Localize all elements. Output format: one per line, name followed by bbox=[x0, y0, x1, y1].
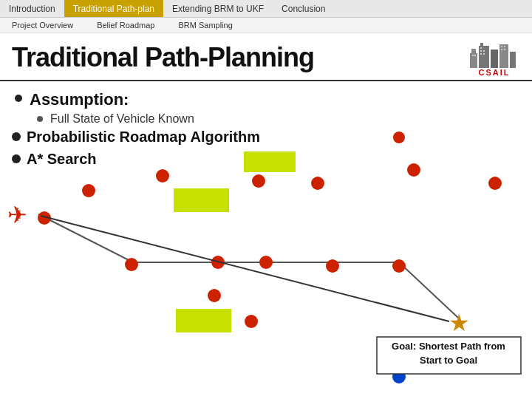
svg-rect-23 bbox=[244, 151, 296, 172]
svg-point-21 bbox=[12, 154, 21, 163]
svg-point-30 bbox=[407, 163, 420, 177]
svg-point-27 bbox=[156, 169, 169, 183]
svg-point-35 bbox=[259, 256, 273, 269]
sub-nav-project-overview[interactable]: Project Overview bbox=[0, 18, 85, 32]
svg-text:Start to Goal: Start to Goal bbox=[420, 355, 477, 366]
svg-point-36 bbox=[326, 259, 339, 273]
svg-text:A* Search: A* Search bbox=[27, 151, 97, 167]
logo-label: CSAIL bbox=[479, 68, 511, 77]
bullet-assumption: Assumption: bbox=[15, 90, 517, 109]
svg-point-38 bbox=[208, 289, 221, 302]
svg-point-28 bbox=[252, 174, 265, 188]
sub-nav-belief-roadmap[interactable]: Belief Roadmap bbox=[85, 18, 166, 32]
svg-text:✈: ✈ bbox=[7, 202, 27, 228]
svg-text:★: ★ bbox=[449, 310, 470, 336]
bullet-fullstate-label: Full State of Vehicle Known bbox=[50, 112, 194, 126]
svg-rect-10 bbox=[480, 50, 482, 52]
content-area: Assumption: Full State of Vehicle Known bbox=[0, 81, 532, 137]
nav-item-extending[interactable]: Extending BRM to UKF bbox=[163, 0, 273, 17]
svg-rect-6 bbox=[510, 52, 516, 68]
svg-rect-42 bbox=[377, 337, 521, 374]
svg-point-34 bbox=[211, 256, 225, 269]
svg-point-39 bbox=[245, 315, 258, 328]
svg-line-46 bbox=[41, 216, 449, 321]
svg-rect-17 bbox=[504, 49, 505, 50]
svg-rect-8 bbox=[474, 55, 476, 56]
svg-rect-3 bbox=[480, 43, 483, 46]
svg-text:Goal: Shortest Path from: Goal: Shortest Path from bbox=[392, 341, 505, 352]
nav-item-conclusion[interactable]: Conclusion bbox=[273, 0, 334, 17]
svg-rect-12 bbox=[480, 53, 482, 55]
bullet-fullstate: Full State of Vehicle Known bbox=[37, 112, 517, 126]
svg-rect-25 bbox=[176, 309, 231, 332]
svg-point-29 bbox=[311, 177, 324, 190]
svg-rect-11 bbox=[483, 50, 485, 52]
svg-point-32 bbox=[38, 211, 51, 225]
svg-point-40 bbox=[392, 370, 406, 383]
svg-rect-4 bbox=[491, 50, 498, 68]
logo-svg bbox=[468, 38, 520, 68]
svg-rect-14 bbox=[501, 46, 502, 47]
svg-rect-9 bbox=[480, 47, 482, 49]
page-title-area: Traditional Path-Planning CSAIL bbox=[0, 33, 532, 81]
svg-rect-15 bbox=[504, 46, 505, 47]
bullet-dot-1 bbox=[15, 95, 22, 102]
svg-point-31 bbox=[488, 177, 502, 190]
csail-logo: CSAIL bbox=[468, 38, 520, 77]
sub-nav-brm-sampling[interactable]: BRM Sampling bbox=[166, 18, 244, 32]
svg-rect-24 bbox=[174, 188, 229, 212]
bullet-assumption-label: Assumption: bbox=[30, 90, 129, 109]
bullet-dot-1-1 bbox=[37, 116, 43, 122]
nav-bar: Introduction Traditional Path-plan Exten… bbox=[0, 0, 532, 18]
nav-item-traditional[interactable]: Traditional Path-plan bbox=[64, 0, 163, 17]
svg-point-33 bbox=[125, 258, 138, 271]
svg-rect-5 bbox=[499, 44, 508, 68]
page-title: Traditional Path-Planning bbox=[12, 42, 314, 73]
svg-rect-16 bbox=[501, 49, 502, 50]
svg-rect-1 bbox=[471, 49, 476, 53]
sub-nav-bar: Project Overview Belief Roadmap BRM Samp… bbox=[0, 18, 532, 33]
svg-rect-2 bbox=[479, 46, 489, 68]
svg-point-37 bbox=[392, 259, 406, 273]
nav-item-introduction[interactable]: Introduction bbox=[0, 0, 64, 17]
svg-rect-7 bbox=[472, 55, 474, 56]
svg-point-26 bbox=[82, 184, 95, 197]
svg-rect-13 bbox=[483, 53, 485, 55]
